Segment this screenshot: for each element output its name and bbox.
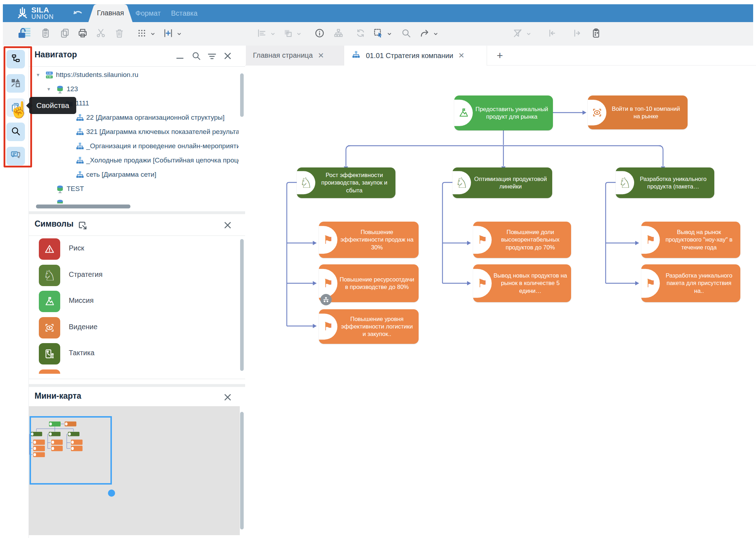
rail-symbols-button[interactable]	[6, 74, 25, 93]
minimap-viewport[interactable]	[30, 416, 112, 485]
select-mode-dropdown-chevron-icon[interactable]	[386, 31, 393, 37]
navigator-panel: Навигатор ▾https://students.silaunion.ru…	[29, 46, 245, 211]
lock-pages-button[interactable]	[18, 27, 31, 40]
tree-item[interactable]: _Холодные продажи [Событийная цепочка пр…	[29, 153, 239, 167]
forward-dropdown-chevron-icon[interactable]	[433, 31, 439, 37]
document-tab-label: Главная страница	[253, 51, 313, 60]
panel-filter-icon[interactable]	[207, 51, 217, 61]
align-button[interactable]	[255, 27, 268, 40]
symbol-item[interactable]: Видение	[29, 317, 239, 339]
rail-comments-button[interactable]	[6, 147, 25, 165]
diagram-icon	[75, 113, 85, 123]
tree-item[interactable]: _Организация и проведение онлайн-меропри…	[29, 139, 239, 153]
warning-icon	[39, 238, 60, 260]
flag-icon: ⚑	[319, 269, 337, 298]
panel-search-icon[interactable]	[191, 51, 202, 61]
view-grid-button[interactable]	[135, 27, 148, 40]
close-tab-icon[interactable]: ✕	[318, 51, 324, 60]
forward-button[interactable]	[418, 27, 431, 40]
tree-item[interactable]: сеть [Диаграмма сети]	[29, 167, 239, 182]
hand-cursor-icon: ☝	[9, 100, 29, 119]
minimap-area[interactable]	[29, 406, 240, 535]
filter-off-dropdown-chevron-icon[interactable]	[525, 31, 532, 37]
search-button[interactable]	[400, 27, 413, 40]
strategy-node[interactable]: ♘Оптимизация продуктовой линейки	[452, 167, 552, 198]
chevron-down-icon[interactable]: ▾	[47, 86, 50, 92]
delete-button[interactable]	[113, 27, 126, 40]
insert-symbol-dropdown-chevron-icon[interactable]	[176, 31, 182, 37]
tree-item[interactable]	[29, 196, 239, 203]
tree-item[interactable]: ▾123	[29, 82, 239, 96]
collapse-right-button[interactable]	[570, 27, 582, 40]
link-badge[interactable]	[320, 294, 332, 305]
minimap-viewport-handle[interactable]	[108, 490, 115, 497]
paste-special-button[interactable]	[590, 27, 602, 40]
symbol-item[interactable]: Риск	[29, 238, 239, 260]
tree-item[interactable]: 321 [Диаграмма ключевых показателей резу…	[29, 125, 239, 139]
node-label: Вывод новых продуктов на рынок в количес…	[493, 272, 568, 295]
properties-tooltip: Свойства	[29, 97, 76, 114]
eye-icon	[588, 99, 606, 125]
symbol-item[interactable]: Миссия	[29, 291, 239, 313]
vision-node[interactable]: Войти в топ-10 компаний на рынке	[588, 95, 688, 129]
panel-close-icon[interactable]	[222, 51, 233, 61]
knight-icon: ♘	[297, 171, 315, 194]
minimize-icon[interactable]	[175, 52, 185, 63]
ribbon-tab-insert[interactable]: Вставка	[171, 9, 197, 17]
chevron-down-icon[interactable]: ▾	[37, 72, 40, 78]
symbol-item[interactable]: ⚑	[29, 369, 239, 374]
insert-symbol-button[interactable]	[162, 27, 175, 40]
tree-item[interactable]: TEST	[29, 182, 239, 196]
add-tab-button[interactable]: +	[493, 48, 507, 63]
ribbon-tab-format[interactable]: Формат	[135, 9, 161, 17]
filter-off-button[interactable]	[511, 27, 524, 40]
tree-item-label: 321 [Диаграмма ключевых показателей резу…	[86, 128, 239, 136]
goal-node[interactable]: ⚑Вывод новых продуктов на рынок в количе…	[473, 264, 571, 302]
document-tab[interactable]: Главная страница✕	[246, 46, 344, 65]
goal-node[interactable]: ⚑Разработка уникального пакета для прису…	[641, 264, 740, 302]
minimap-vertical-scrollbar[interactable]	[240, 412, 244, 529]
minimap-close-icon[interactable]	[222, 392, 233, 403]
document-tab[interactable]: 01.01 Стратегия компании✕	[344, 46, 487, 66]
app-window: SILA UNION Главная Формат Вставка Свойст…	[0, 0, 756, 538]
diagram-canvas[interactable]: Главная страница✕01.01 Стратегия компани…	[245, 46, 756, 538]
symbols-close-icon[interactable]	[222, 220, 233, 231]
navigator-vertical-scrollbar[interactable]	[240, 73, 244, 117]
align-dropdown-chevron-icon[interactable]	[270, 31, 276, 37]
copy-button[interactable]	[58, 27, 71, 40]
tree-item[interactable]: ▾https://students.silaunion.ru	[29, 68, 239, 82]
hierarchy-button[interactable]	[332, 27, 345, 40]
goal-node[interactable]: ⚑Вывод на рынок продуктового "ноу-хау" в…	[641, 222, 740, 258]
strategy-node[interactable]: ♘Рост эффективности производства, закупо…	[297, 167, 395, 198]
select-symbol-icon[interactable]	[77, 220, 88, 231]
navigator-horizontal-scrollbar[interactable]	[36, 205, 130, 208]
node-label: Предоставить уникальный продукт для рынк…	[474, 105, 549, 121]
refresh-button[interactable]	[354, 27, 367, 40]
rail-navigator-button[interactable]	[6, 50, 25, 68]
cut-button[interactable]	[94, 27, 107, 40]
undo-icon[interactable]	[71, 8, 85, 19]
select-mode-button[interactable]	[372, 27, 385, 40]
grid-icon	[136, 28, 147, 40]
goal-node[interactable]: ⚑Повышение доли высокорентабельных проду…	[473, 222, 571, 258]
symbols-vertical-scrollbar[interactable]	[240, 239, 244, 371]
goal-node[interactable]: ⚑Повышение уровня эффективности логистик…	[319, 309, 419, 344]
print-button[interactable]	[76, 27, 89, 40]
goal-node[interactable]: ⚑Повышение эффективности продаж на 30%	[319, 222, 419, 258]
flag-icon: ⚑	[473, 269, 492, 298]
arrange-button[interactable]	[281, 27, 294, 40]
ribbon-tab-main[interactable]: Главная	[88, 4, 133, 22]
symbol-item[interactable]: Тактика	[29, 343, 239, 365]
tree-item-label: _Организация и проведение онлайн-меропри…	[86, 142, 239, 150]
mission-node[interactable]: Предоставить уникальный продукт для рынк…	[454, 95, 553, 130]
collapse-left-button[interactable]	[545, 27, 558, 40]
close-tab-icon[interactable]: ✕	[458, 51, 465, 60]
info-button[interactable]	[313, 27, 326, 40]
arrange-dropdown-chevron-icon[interactable]	[296, 31, 302, 37]
symbol-item[interactable]: ♘Стратегия	[29, 265, 239, 287]
strategy-node[interactable]: ♘Разработка уникального продукта (пакета…	[616, 167, 714, 198]
rail-search-button[interactable]	[6, 123, 25, 141]
goal-node[interactable]: ⚑Повышение ресурсоотдачи в производстве …	[319, 264, 419, 302]
paste-button[interactable]	[39, 27, 52, 40]
view-grid-dropdown-chevron-icon[interactable]	[150, 31, 156, 37]
